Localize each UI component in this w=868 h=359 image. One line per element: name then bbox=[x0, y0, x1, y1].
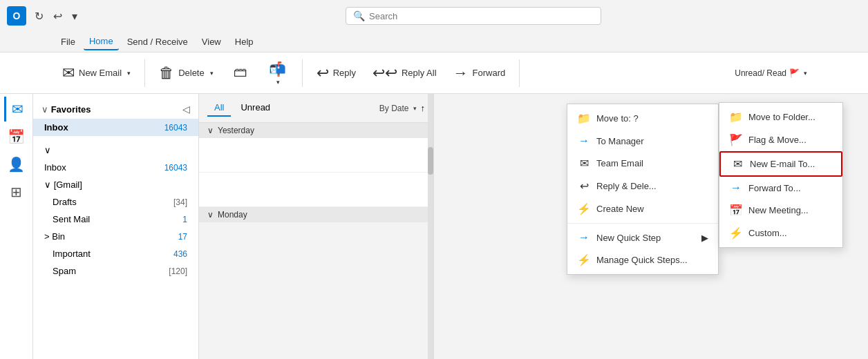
unread-read-button[interactable]: Unread/ Read 🚩 ▾ bbox=[729, 66, 813, 81]
new-email-to-icon: ✉ bbox=[730, 157, 744, 171]
delete-button[interactable]: 🗑 Delete ▾ bbox=[152, 57, 220, 90]
submenu-item-forward-to[interactable]: → Forward To... bbox=[719, 177, 842, 199]
reply-all-button[interactable]: ↩↩ Reply All bbox=[366, 57, 444, 90]
submenu-item-new-email-to[interactable]: ✉ New E-mail To... bbox=[719, 151, 842, 177]
submenu-item-move-to-folder-label: Move to Folder... bbox=[748, 112, 815, 122]
new-email-label: New Email bbox=[79, 68, 122, 78]
move-button[interactable]: 📬 ▾ bbox=[261, 58, 295, 88]
forward-button[interactable]: → Forward bbox=[446, 57, 513, 90]
quick-access-dropdown[interactable]: ▾ bbox=[69, 8, 80, 24]
folder-drafts-count: [34] bbox=[173, 197, 187, 207]
menu-item-reply-delete[interactable]: ↩ Reply & Dele... bbox=[567, 175, 718, 197]
scrollbar-thumb[interactable] bbox=[428, 147, 433, 175]
folder-sent[interactable]: Sent Mail 1 bbox=[33, 211, 198, 228]
menu-item-new-quick-step-label: New Quick Step bbox=[596, 233, 661, 243]
search-input[interactable] bbox=[369, 11, 594, 21]
folder-drafts-label: Drafts bbox=[53, 197, 77, 207]
menu-help[interactable]: Help bbox=[229, 34, 259, 50]
folder-bin[interactable]: > Bin 17 bbox=[33, 228, 198, 245]
manage-quick-steps-icon: ⚡ bbox=[577, 253, 591, 266]
menu-item-reply-delete-label: Reply & Dele... bbox=[596, 181, 657, 191]
email-tabs: All Unread bbox=[207, 99, 277, 117]
archive-icon: 🗃 bbox=[234, 64, 247, 80]
menu-item-to-manager[interactable]: → To Manager bbox=[567, 130, 718, 152]
move-to-icon: 📁 bbox=[577, 112, 591, 125]
unread-read-label: Unread/ Read bbox=[735, 68, 786, 78]
sort-dropdown-arrow: ▾ bbox=[413, 105, 417, 112]
move-icon: 📬 bbox=[269, 61, 286, 77]
menu-send-receive[interactable]: Send / Receive bbox=[122, 34, 194, 50]
reply-icon: ↩ bbox=[317, 64, 329, 82]
menu-item-new-quick-step[interactable]: → New Quick Step ▶ bbox=[567, 226, 718, 249]
refresh-button[interactable]: ↻ bbox=[32, 8, 46, 24]
move-to-folder-icon: 📁 bbox=[729, 110, 743, 124]
search-bar: 🔍 bbox=[346, 7, 601, 25]
nav-mail-icon[interactable]: ✉ bbox=[4, 97, 29, 122]
folder-gmail[interactable]: ∨ [Gmail] bbox=[33, 176, 198, 193]
menu-view[interactable]: View bbox=[196, 34, 227, 50]
delete-label: Delete bbox=[178, 68, 205, 78]
new-quick-step-icon: → bbox=[577, 231, 591, 244]
undo-button[interactable]: ↩ bbox=[50, 8, 65, 24]
folder-inbox[interactable]: Inbox 16043 bbox=[33, 159, 198, 176]
nav-apps-icon[interactable]: ⊞ bbox=[4, 180, 29, 204]
flag-icon: 🚩 bbox=[789, 68, 800, 78]
submenu-item-new-meeting-label: New Meeting... bbox=[748, 205, 809, 215]
folder-important-count: 436 bbox=[173, 249, 187, 259]
section-yesterday-label: Yesterday bbox=[218, 126, 254, 135]
archive-button[interactable]: 🗃 bbox=[223, 61, 258, 84]
menu-bar: File Home Send / Receive View Help bbox=[0, 32, 868, 52]
nav-people-icon[interactable]: 👤 bbox=[4, 152, 29, 177]
menu-home[interactable]: Home bbox=[84, 33, 119, 50]
email-row-1[interactable] bbox=[199, 138, 433, 173]
outlook-logo: O bbox=[7, 6, 26, 26]
folder-inbox-count2: 16043 bbox=[164, 163, 187, 173]
folder-bin-label: > Bin bbox=[44, 231, 65, 242]
folder-important-label: Important bbox=[53, 249, 91, 259]
menu-item-team-email-label: Team Email bbox=[596, 158, 643, 168]
menu-item-manage-quick-steps-label: Manage Quick Steps... bbox=[596, 255, 688, 265]
nav-calendar-icon[interactable]: 📅 bbox=[4, 124, 29, 149]
forward-icon: → bbox=[453, 64, 469, 82]
folder-drafts[interactable]: Drafts [34] bbox=[33, 193, 198, 211]
email-row-2[interactable] bbox=[199, 173, 433, 207]
submenu-item-move-to-folder[interactable]: 📁 Move to Folder... bbox=[719, 106, 842, 128]
folder-spam-count: [120] bbox=[169, 266, 187, 276]
tab-unread[interactable]: Unread bbox=[234, 99, 277, 117]
folder-expand-section[interactable]: ∨ bbox=[33, 142, 198, 159]
menu-file[interactable]: File bbox=[55, 34, 81, 50]
ribbon-divider-2 bbox=[302, 59, 303, 87]
reply-all-label: Reply All bbox=[402, 68, 437, 78]
submenu-item-new-meeting[interactable]: 📅 New Meeting... bbox=[719, 199, 842, 222]
folder-gmail-label: ∨ [Gmail] bbox=[44, 180, 82, 190]
move-dropdown-arrow: ▾ bbox=[276, 79, 280, 86]
ribbon: ✉ New Email ▾ 🗑 Delete ▾ 🗃 📬 ▾ ↩ Reply ↩… bbox=[0, 52, 868, 94]
submenu-item-flag-move[interactable]: 🚩 Flag & Move... bbox=[719, 128, 842, 151]
to-manager-icon: → bbox=[577, 135, 591, 147]
folder-sent-count: 1 bbox=[182, 215, 187, 224]
favorites-label: ∨ Favorites bbox=[41, 104, 91, 115]
folder-important[interactable]: Important 436 bbox=[33, 245, 198, 262]
folder-spam[interactable]: Spam [120] bbox=[33, 262, 198, 280]
reply-button[interactable]: ↩ Reply bbox=[310, 57, 363, 90]
folder-inbox-favorites[interactable]: Inbox 16043 bbox=[33, 119, 198, 136]
submenu-item-new-email-to-label: New E-mail To... bbox=[750, 159, 815, 169]
delete-dropdown-arrow: ▾ bbox=[210, 70, 214, 77]
new-email-button[interactable]: ✉ New Email ▾ bbox=[55, 57, 138, 90]
reply-delete-icon: ↩ bbox=[577, 180, 591, 193]
folder-spam-label: Spam bbox=[53, 266, 76, 276]
menu-item-team-email[interactable]: ✉ Team Email bbox=[567, 152, 718, 175]
scrollbar-track bbox=[428, 94, 433, 359]
sort-by-date-button[interactable]: By Date ▾ bbox=[379, 104, 417, 113]
tab-all[interactable]: All bbox=[207, 99, 231, 117]
folder-collapse-button[interactable]: ◁ bbox=[182, 104, 190, 115]
new-email-dropdown-arrow: ▾ bbox=[127, 70, 131, 77]
team-email-icon: ✉ bbox=[577, 157, 591, 170]
folder-inbox-count: 16043 bbox=[164, 123, 187, 133]
menu-item-manage-quick-steps[interactable]: ⚡ Manage Quick Steps... bbox=[567, 249, 718, 271]
reply-label: Reply bbox=[333, 68, 356, 78]
menu-item-move-to[interactable]: 📁 Move to: ? bbox=[567, 107, 718, 130]
menu-item-create-new[interactable]: ⚡ Create New bbox=[567, 197, 718, 220]
menu-item-create-new-label: Create New bbox=[596, 204, 644, 214]
submenu-item-custom[interactable]: ⚡ Custom... bbox=[719, 222, 842, 244]
